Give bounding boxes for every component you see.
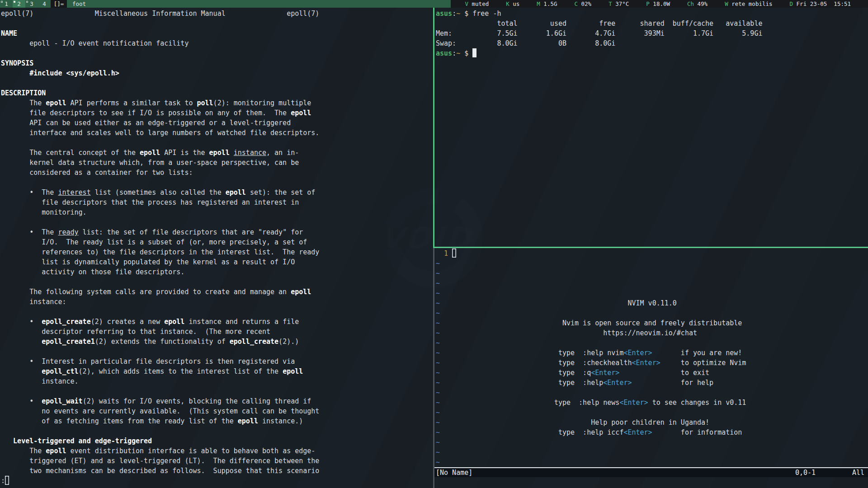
unfocused-window-border-left — [433, 248, 434, 488]
layout-symbol[interactable]: []= — [51, 0, 67, 8]
status-module-d: D Fri 23-05 15:51 — [790, 0, 851, 8]
status-module-t: T 37°C — [609, 0, 629, 8]
status-module-k: K us — [506, 0, 519, 8]
nvim-scroll-indicator: All — [852, 468, 864, 477]
status-module-p: P 18.0W — [646, 0, 670, 8]
tag-occupied-indicator — [26, 1, 28, 3]
status-module-c: C 02% — [574, 0, 591, 8]
workspace-tag-3[interactable]: 3 — [25, 0, 38, 8]
nvim-statusline: [No Name] 0,0-1 All — [434, 467, 868, 477]
status-module-w: W rete mobilis — [725, 0, 772, 8]
nvim-content[interactable]: 1 ~ ~ ~ ~ ~ NVIM v0.11.0 ~ ~ Nvim is ope… — [436, 249, 746, 467]
nvim-buffer-name: [No Name] — [436, 468, 472, 477]
workspace-tag-2[interactable]: 2 — [13, 0, 25, 8]
workspace-tag-1[interactable]: 1 — [0, 0, 13, 8]
workspace-tag-4[interactable]: 4 — [38, 0, 51, 8]
tag-occupied-indicator — [14, 1, 15, 3]
shell-content[interactable]: asus:~ $ free -h total used free shared … — [436, 9, 762, 58]
status-module-ch: Ch 49% — [687, 0, 708, 8]
focused-window-title: foot — [67, 0, 451, 8]
focused-window-border-bottom — [433, 247, 868, 248]
nvim-cursor-position: 0,0-1 — [795, 468, 816, 477]
manpage-content[interactable]: epoll(7) Miscellaneous Information Manua… — [1, 9, 319, 486]
focused-window-border-left — [433, 8, 434, 248]
dwm-status-bar: 1234 []= foot V mutedK usM 1.5GC 02%T 37… — [0, 0, 868, 8]
status-module-m: M 1.5G — [537, 0, 557, 8]
status-module-v: V muted — [465, 0, 489, 8]
workspace-tags: 1234 — [0, 0, 51, 8]
status-modules: V mutedK usM 1.5GC 02%T 37°CP 18.0WCh 49… — [451, 0, 868, 8]
tag-occupied-indicator — [1, 1, 3, 3]
